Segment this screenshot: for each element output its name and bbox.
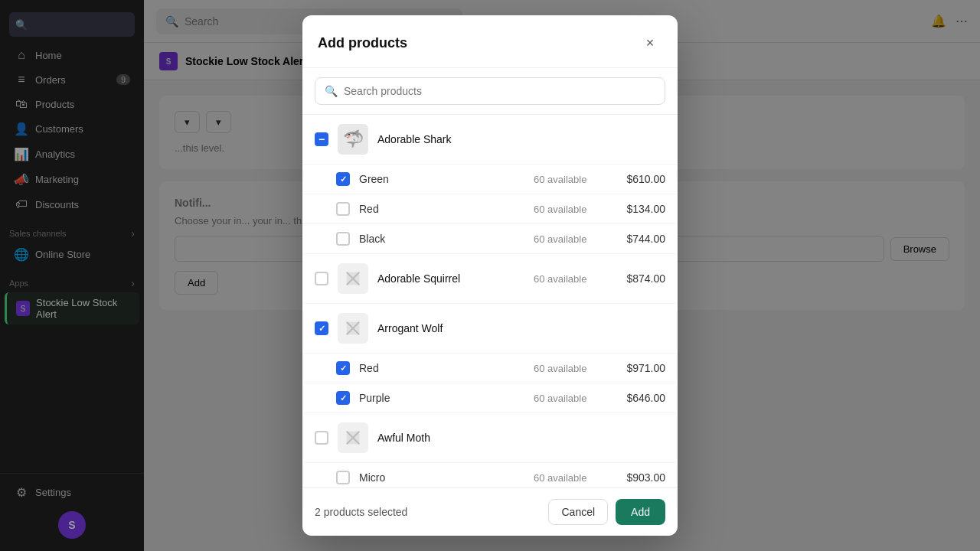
- variant-green-name: Green: [359, 173, 524, 185]
- modal-search-area: 🔍: [302, 68, 678, 115]
- variant-purple-wolf-stock: 60 available: [534, 393, 603, 404]
- modal-header: Add products ×: [302, 15, 678, 68]
- checkbox-adorable-shark-black[interactable]: [336, 232, 350, 246]
- adorable-squirrel-name: Adorable Squirrel: [377, 272, 524, 285]
- adorable-squirrel-image: [338, 263, 368, 294]
- checkbox-awful-moth-micro[interactable]: [336, 471, 350, 484]
- adorable-squirrel-stock: 60 available: [534, 273, 603, 285]
- variant-purple-wolf-price: $646.00: [612, 392, 665, 404]
- variant-red-wolf-name: Red: [359, 362, 524, 374]
- variant-green-stock: 60 available: [534, 174, 603, 185]
- variant-red-shark-name: Red: [359, 203, 524, 215]
- adorable-shark-name: Adorable Shark: [377, 133, 452, 145]
- variant-green-price: $610.00: [612, 173, 665, 185]
- variant-micro-moth-stock: 60 available: [534, 472, 603, 484]
- checkbox-adorable-shark-green[interactable]: [336, 172, 350, 186]
- modal-search-field[interactable]: [344, 85, 655, 97]
- awful-moth-image: [338, 422, 368, 453]
- checkbox-adorable-squirrel[interactable]: [315, 272, 328, 285]
- checkbox-arrogant-wolf-red[interactable]: [336, 361, 350, 375]
- footer-buttons: Cancel Add: [548, 499, 665, 525]
- arrogant-wolf-name: Arrogant Wolf: [377, 322, 443, 334]
- product-group-awful-moth: Awful Moth: [302, 413, 678, 463]
- variant-green: Green 60 available $610.00: [302, 165, 678, 194]
- modal-product-list: 🦈 Adorable Shark Green 60 available $610…: [302, 115, 678, 487]
- checkbox-awful-moth[interactable]: [315, 431, 328, 445]
- checkbox-adorable-shark[interactable]: [315, 132, 328, 146]
- checkbox-arrogant-wolf[interactable]: [315, 321, 328, 335]
- add-button[interactable]: Add: [616, 499, 665, 525]
- product-group-arrogant-wolf: Arrogant Wolf: [302, 304, 678, 354]
- awful-moth-name: Awful Moth: [377, 432, 430, 444]
- variant-red-shark-price: $134.00: [612, 203, 665, 215]
- product-group-adorable-shark: 🦈 Adorable Shark: [302, 115, 678, 165]
- product-group-adorable-squirrel: Adorable Squirrel 60 available $874.00: [302, 254, 678, 304]
- variant-black-shark: Black 60 available $744.00: [302, 224, 678, 254]
- modal-search-input-wrapper[interactable]: 🔍: [315, 77, 665, 105]
- variant-micro-moth-name: Micro: [359, 471, 524, 484]
- variant-red-wolf-price: $971.00: [612, 362, 665, 374]
- modal-title: Add products: [318, 35, 407, 51]
- variant-micro-moth-price: $903.00: [612, 471, 665, 484]
- variant-red-wolf-stock: 60 available: [534, 363, 603, 374]
- variant-red-shark-stock: 60 available: [534, 204, 603, 215]
- arrogant-wolf-image: [338, 313, 368, 344]
- variant-red-shark: Red 60 available $134.00: [302, 194, 678, 224]
- variant-purple-wolf-name: Purple: [359, 392, 524, 404]
- cancel-button[interactable]: Cancel: [548, 499, 608, 525]
- modal-footer: 2 products selected Cancel Add: [302, 487, 678, 536]
- add-products-modal: Add products × 🔍 🦈 Adorable Shark Green …: [302, 15, 678, 536]
- selected-count: 2 products selected: [315, 506, 407, 518]
- variant-red-wolf: Red 60 available $971.00: [302, 354, 678, 383]
- modal-close-button[interactable]: ×: [638, 31, 662, 55]
- variant-micro-moth: Micro 60 available $903.00: [302, 463, 678, 487]
- adorable-squirrel-price: $874.00: [612, 272, 665, 285]
- search-icon: 🔍: [325, 85, 338, 97]
- checkbox-arrogant-wolf-purple[interactable]: [336, 391, 350, 405]
- variant-purple-wolf: Purple 60 available $646.00: [302, 383, 678, 413]
- checkbox-adorable-shark-red[interactable]: [336, 202, 350, 216]
- variant-black-shark-name: Black: [359, 233, 524, 245]
- variant-black-shark-stock: 60 available: [534, 233, 603, 245]
- adorable-shark-image: 🦈: [338, 124, 368, 155]
- variant-black-shark-price: $744.00: [612, 233, 665, 245]
